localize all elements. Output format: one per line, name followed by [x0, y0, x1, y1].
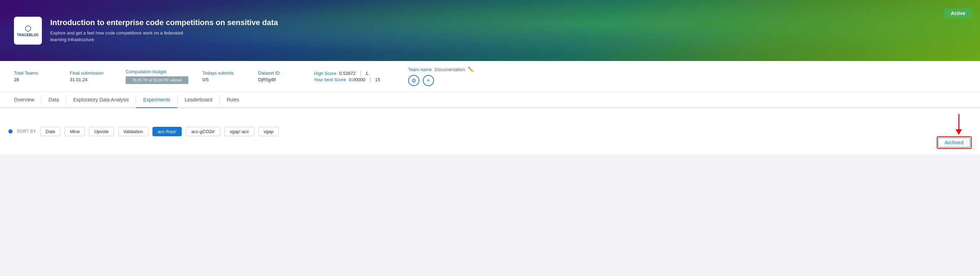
documentation-label: Documentation	[435, 67, 465, 72]
high-score-row: High Score 0.52872 | 1.	[314, 70, 380, 76]
team-settings-icon[interactable]: ⚙	[408, 75, 419, 86]
todays-submits-label: Todays submits	[202, 70, 244, 76]
dataset-id-label: Dataset ID	[258, 70, 300, 76]
active-badge: Active	[944, 8, 972, 18]
experiments-row: SORT BY DateMineUpvoteValidationacc-flop…	[0, 108, 980, 154]
team-section: Team name Documentation ✏️ ⚙ +	[408, 67, 474, 86]
todays-submits-value: 0/5	[202, 77, 244, 82]
total-teams-stat: Total Teams 28	[14, 70, 56, 82]
high-score-value: 0.52872	[339, 71, 355, 76]
final-submission-label: Final submission	[70, 70, 111, 76]
filter-btn-vgap[interactable]: vgap	[259, 127, 279, 136]
total-teams-value: 28	[14, 77, 56, 82]
dataset-id-value: DjR5jyBf	[258, 77, 300, 82]
banner-content: Introduction to enterprise code competit…	[50, 18, 278, 43]
team-icons-row: ⚙ +	[408, 75, 474, 86]
tab-overview[interactable]: Overview	[7, 92, 41, 108]
tab-data[interactable]: Data	[41, 92, 66, 108]
tab-rules[interactable]: Rules	[220, 92, 246, 108]
filter-btn-validation[interactable]: Validation	[118, 127, 148, 136]
high-score-stat: High Score 0.52872 | 1. Your best Score …	[314, 70, 380, 82]
todays-submits-stat: Todays submits 0/5	[202, 70, 244, 82]
sort-by-label: SORT BY	[17, 129, 36, 134]
team-header: Team name Documentation ✏️	[408, 67, 474, 72]
filter-btn-upvote[interactable]: Upvote	[89, 127, 114, 136]
tab-experiments[interactable]: Experiments	[136, 92, 177, 108]
archived-button[interactable]: Archived	[938, 138, 970, 148]
your-best-score-divider: |	[369, 76, 371, 82]
filter-btn-mine[interactable]: Mine	[65, 127, 85, 136]
tabs-row: OverviewDataExploratory Data AnalysisExp…	[0, 92, 980, 108]
archived-annotation: Archived	[937, 114, 972, 149]
budget-bar: 35.55 TF of 20.00 PF utilized	[126, 76, 188, 84]
archived-red-box: Archived	[937, 136, 972, 149]
dataset-id-stat: Dataset ID DjR5jyBf	[258, 70, 300, 82]
banner-subtitle: Explore and get a feel how code competit…	[50, 30, 197, 43]
filter-btn-date[interactable]: Date	[40, 127, 60, 136]
tab-exploratory-data-analysis[interactable]: Exploratory Data Analysis	[66, 92, 136, 108]
filter-btn-vgap--acc[interactable]: vgap'-acc	[225, 127, 255, 136]
your-best-score-value: 0.00000	[349, 77, 365, 82]
arrow-shaft	[958, 114, 959, 129]
computation-budget-stat: Computation budget 35.55 TF of 20.00 PF …	[126, 69, 188, 84]
high-score-divider: |	[360, 70, 361, 76]
your-best-score-row: Your best Score 0.00000 | 15	[314, 76, 380, 82]
computation-budget-label: Computation budget	[126, 69, 188, 74]
team-name-label: Team name	[408, 67, 432, 72]
banner: ⬡ TRACEBLOC Introduction to enterprise c…	[0, 0, 980, 61]
filter-btn-acc-flops-[interactable]: acc-flops'	[153, 127, 182, 136]
total-teams-label: Total Teams	[14, 70, 56, 76]
arrow-tip	[956, 129, 962, 135]
filter-btn-acc-gco2e-[interactable]: acc-gCO2e'	[186, 127, 220, 136]
high-score-rank: 1.	[365, 71, 369, 76]
your-best-score-rank: 15	[375, 77, 380, 82]
edit-icon[interactable]: ✏️	[468, 67, 474, 72]
tab-leaderboard[interactable]: Leaderboard	[178, 92, 219, 108]
high-score-label: High Score	[314, 71, 336, 76]
blue-dot	[8, 129, 13, 133]
final-submission-value: 31.01.24	[70, 77, 111, 82]
banner-title: Introduction to enterprise code competit…	[50, 18, 278, 27]
final-submission-stat: Final submission 31.01.24	[70, 70, 111, 82]
team-add-icon[interactable]: +	[423, 75, 434, 86]
logo-text: TRACEBLOC	[17, 33, 39, 37]
your-best-score-label: Your best Score	[314, 77, 346, 82]
logo: ⬡ TRACEBLOC	[14, 17, 42, 44]
stats-row: Total Teams 28 Final submission 31.01.24…	[0, 61, 980, 92]
